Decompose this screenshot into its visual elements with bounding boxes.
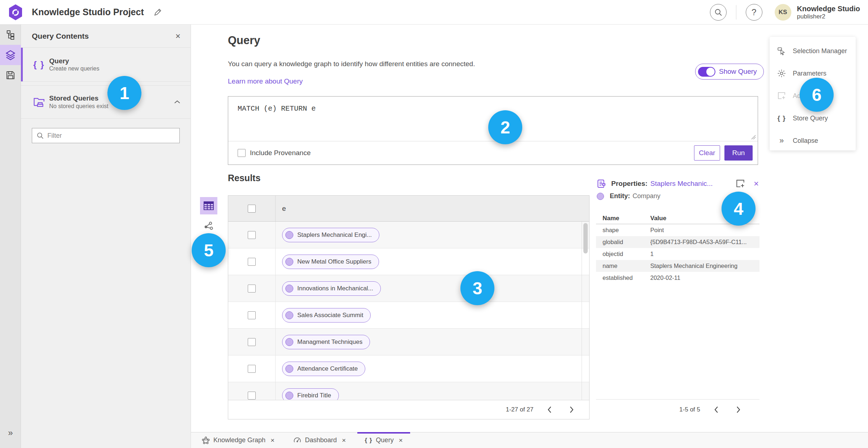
add-to-new-icon[interactable] bbox=[736, 179, 745, 188]
avatar[interactable]: KS bbox=[775, 4, 791, 21]
page-title: Query bbox=[228, 34, 260, 47]
results-pagination: 1-27 of 27 bbox=[506, 406, 533, 413]
scrollbar-track bbox=[582, 222, 582, 400]
close-tab-icon[interactable]: × bbox=[342, 436, 346, 444]
entity-chip-label: Managment Techniques bbox=[297, 338, 362, 346]
tab-knowledge-graph[interactable]: Knowledge Graph× bbox=[197, 432, 280, 448]
topbar-divider bbox=[736, 5, 736, 20]
chevron-left-icon bbox=[547, 406, 552, 413]
table-row: New Metal Office Suppliers bbox=[228, 248, 589, 275]
learn-more-link[interactable]: Learn more about Query bbox=[228, 77, 303, 85]
select-all-checkbox[interactable] bbox=[248, 205, 256, 213]
close-tab-icon[interactable]: × bbox=[271, 436, 275, 444]
tab-label: Query bbox=[376, 436, 393, 444]
rail-item-save[interactable] bbox=[0, 65, 21, 85]
column-header-e: e bbox=[282, 205, 286, 213]
expand-rail-button[interactable]: » bbox=[0, 428, 21, 438]
row-checkbox[interactable] bbox=[248, 365, 256, 373]
entity-chip[interactable]: New Metal Office Suppliers bbox=[282, 255, 379, 269]
close-tab-icon[interactable]: × bbox=[399, 436, 403, 444]
results-footer: 1-27 of 27 bbox=[228, 400, 589, 419]
rail-item-data-model[interactable] bbox=[0, 25, 21, 45]
properties-doc-icon bbox=[597, 179, 606, 188]
table-row: Managment Techniques bbox=[228, 329, 589, 355]
query-item-label: Query bbox=[49, 57, 180, 65]
tab-query[interactable]: { }Query× bbox=[359, 432, 408, 448]
entity-chip[interactable]: Firebird Title bbox=[282, 388, 339, 400]
run-button[interactable]: Run bbox=[724, 145, 753, 161]
toggle-switch[interactable] bbox=[698, 67, 715, 77]
menu-item-selection-manager[interactable]: Selection Manager bbox=[770, 40, 856, 62]
results-table-header: e bbox=[228, 196, 589, 222]
tab-dashboard[interactable]: Dashboard× bbox=[288, 432, 351, 448]
entity-chip[interactable]: Attendance Certificate bbox=[282, 362, 365, 376]
clear-button[interactable]: Clear bbox=[694, 145, 720, 161]
row-checkbox[interactable] bbox=[248, 231, 256, 239]
filter-input[interactable] bbox=[47, 132, 175, 140]
rail-item-layers[interactable] bbox=[0, 45, 21, 65]
help-button[interactable]: ? bbox=[746, 4, 762, 21]
row-checkbox[interactable] bbox=[248, 392, 256, 400]
entity-chip[interactable]: Innovations in Mechanical... bbox=[282, 281, 381, 296]
row-checkbox[interactable] bbox=[248, 311, 256, 319]
annotation-badge-1: 1 bbox=[107, 76, 141, 110]
results-next-page-button[interactable] bbox=[565, 403, 578, 416]
row-checkbox[interactable] bbox=[248, 338, 256, 346]
property-value: 1 bbox=[650, 251, 760, 257]
properties-pagination: 1-5 of 5 bbox=[679, 406, 700, 413]
table-row: Firebird Title bbox=[228, 382, 589, 400]
table-row: Innovations in Mechanical... bbox=[228, 275, 589, 302]
entity-chip-label: Innovations in Mechanical... bbox=[297, 285, 373, 292]
sidebar-item-stored-queries[interactable]: Stored Queries No stored queries exist bbox=[21, 85, 191, 119]
entity-icon bbox=[285, 231, 293, 239]
show-query-toggle[interactable]: Show Query bbox=[695, 64, 764, 80]
properties-prev-page-button[interactable] bbox=[710, 403, 723, 416]
menu-item-label: Selection Manager bbox=[793, 47, 847, 55]
row-checkbox[interactable] bbox=[248, 285, 256, 293]
row-checkbox[interactable] bbox=[248, 258, 256, 266]
menu-item-collapse[interactable]: »Collapse bbox=[770, 129, 856, 152]
resize-handle[interactable] bbox=[751, 135, 756, 140]
entity-icon bbox=[285, 365, 293, 373]
property-value: {5D9B4713-F98D-4A53-A59F-C11... bbox=[650, 239, 760, 246]
chevron-up-icon[interactable] bbox=[174, 100, 180, 104]
knowledge-graph-icon bbox=[202, 436, 210, 444]
entity-chip-label: Firebird Title bbox=[297, 392, 331, 399]
properties-next-page-button[interactable] bbox=[732, 403, 745, 416]
properties-table-body: shapePointglobalid{5D9B4713-F98D-4A53-A5… bbox=[596, 224, 760, 284]
scrollbar-thumb[interactable] bbox=[583, 223, 588, 253]
entity-label: Entity: bbox=[610, 192, 630, 200]
results-prev-page-button[interactable] bbox=[543, 403, 556, 416]
user-name: Knowledge Studio bbox=[797, 5, 860, 13]
show-query-label: Show Query bbox=[719, 68, 757, 76]
filter-search-icon bbox=[37, 132, 44, 139]
property-row: globalid{5D9B4713-F98D-4A53-A59F-C11... bbox=[596, 236, 760, 248]
include-provenance-checkbox[interactable] bbox=[238, 149, 246, 157]
search-icon bbox=[714, 8, 722, 16]
property-name: name bbox=[596, 263, 650, 269]
include-provenance-label: Include Provenance bbox=[250, 149, 311, 157]
properties-entity-link[interactable]: Staplers Mechanic... bbox=[650, 180, 712, 188]
user-block[interactable]: Knowledge Studio publisher2 bbox=[797, 5, 860, 20]
table-view-button[interactable] bbox=[200, 197, 217, 214]
entity-chip[interactable]: Staplers Mechanical Engi... bbox=[282, 228, 379, 242]
entity-chip[interactable]: Sales Associate Summit bbox=[282, 308, 371, 323]
entity-chip-label: New Metal Office Suppliers bbox=[297, 258, 371, 265]
menu-item-label: Store Query bbox=[793, 115, 828, 122]
edit-title-icon[interactable] bbox=[153, 8, 162, 17]
table-icon bbox=[204, 201, 214, 210]
sidebar-item-query[interactable]: { } Query Create new queries bbox=[21, 48, 191, 82]
entity-icon bbox=[285, 338, 293, 346]
property-row: objectid1 bbox=[596, 248, 760, 260]
property-name: shape bbox=[596, 227, 650, 234]
menu-item-label: Collapse bbox=[793, 137, 818, 145]
top-bar: Knowledge Studio Project ? KS Knowledge … bbox=[0, 0, 868, 25]
link-chart-view-button[interactable] bbox=[203, 221, 215, 232]
topbar-right: ? KS Knowledge Studio publisher2 bbox=[710, 0, 860, 25]
property-value: Staplers Mechanical Engineering bbox=[650, 263, 760, 269]
entity-chip[interactable]: Managment Techniques bbox=[282, 335, 370, 349]
close-panel-icon[interactable]: × bbox=[175, 32, 180, 40]
close-properties-icon[interactable]: × bbox=[754, 179, 759, 189]
search-button[interactable] bbox=[710, 4, 727, 21]
collapse-icon: » bbox=[779, 136, 784, 145]
